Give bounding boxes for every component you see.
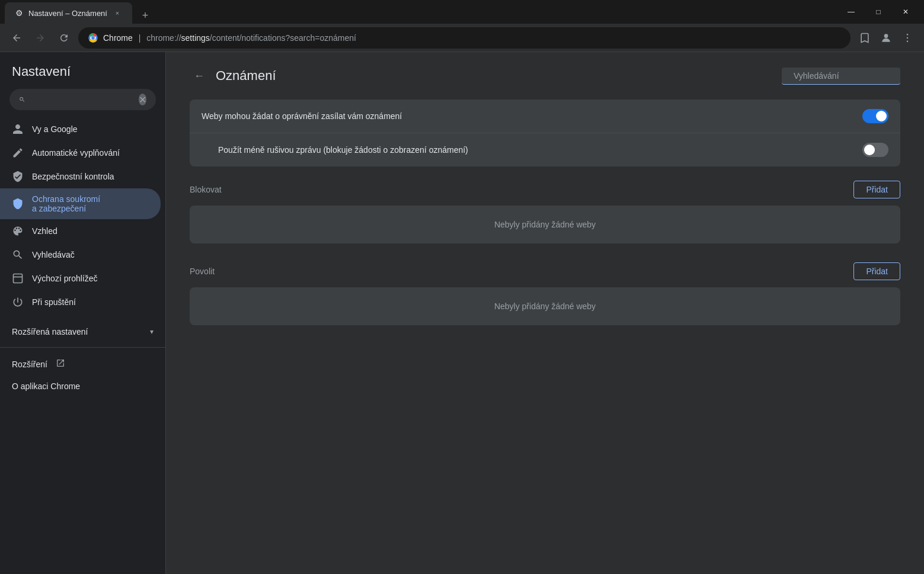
menu-button[interactable] [898,28,917,47]
profile-button[interactable] [877,28,896,47]
svg-point-4 [907,33,909,35]
notifications-toggle-label: Weby mohou žádat o oprávnění zasílat vám… [202,111,862,121]
block-add-button[interactable]: Přidat [853,181,900,198]
quieter-toggle[interactable] [862,143,888,157]
person-icon [12,123,24,135]
verified-user-icon [12,171,24,182]
page-content: ← Oznámení Weby mohou žádat o oprávnění … [166,52,924,574]
sidebar: Nastavení oznámení ✕ Vy a Google [0,52,166,574]
sidebar-search-input[interactable]: oznámení [30,95,134,104]
allow-section-title: Povolit [190,267,853,276]
allow-empty-message: Nebyly přidány žádné weby [190,287,900,325]
sidebar-item-extensions[interactable]: Rozšíření [0,352,165,376]
new-tab-button[interactable]: + [137,7,154,24]
sidebar-item-label-appearance: Vzhled [32,226,57,236]
shield-icon [12,198,24,210]
tab-title: Nastavení – Oznámení [28,9,107,18]
search-nav-icon [12,249,24,261]
browser-icon [12,272,24,284]
reload-button[interactable] [55,28,73,47]
clear-search-button[interactable]: ✕ [139,94,146,105]
sidebar-item-appearance[interactable]: Vzhled [0,219,161,243]
block-empty-message: Nebyly přidány žádné weby [190,206,900,243]
notifications-toggle-row: Weby mohou žádat o oprávnění zasílat vám… [190,100,900,133]
tab-close-button[interactable]: × [112,8,123,18]
toolbar-right [855,28,917,47]
sidebar-item-label-you-google: Vy a Google [32,124,78,134]
chrome-label: Chrome [103,33,133,43]
allow-section: Povolit Přidat Nebyly přidány žádné weby [190,258,900,325]
sidebar-item-about[interactable]: O aplikaci Chrome [0,376,165,397]
url-separator: | [139,33,141,43]
sidebar-item-label-safety: Bezpečnostní kontrola [32,172,114,181]
sidebar-item-label-autofill: Automatické vyplňování [32,148,120,158]
maximize-button[interactable]: □ [865,0,892,24]
page-search-box [782,68,900,85]
sidebar-item-safety[interactable]: Bezpečnostní kontrola [0,165,161,188]
page-search-input[interactable] [794,71,897,81]
svg-point-6 [907,40,909,42]
browser-frame: ⚙ Nastavení – Oznámení × + — □ ✕ [0,0,924,574]
svg-point-5 [907,37,909,39]
close-button[interactable]: ✕ [892,0,919,24]
sidebar-item-search[interactable]: Vyhledávač [0,243,161,267]
sidebar-item-label-privacy: Ochrana soukromía zabezpečení [32,194,100,213]
svg-point-3 [884,34,888,38]
url-settings: settings [181,33,210,43]
quieter-toggle-row: Použít méně rušivou zprávu (blokuje žádo… [190,133,900,166]
allow-add-button[interactable]: Přidat [853,262,900,280]
sidebar-item-label-default-browser: Výchozí prohlížeč [32,274,98,283]
site-icon [88,33,98,43]
main-content: Nastavení oznámení ✕ Vy a Google [0,52,924,574]
sidebar-item-on-startup[interactable]: Při spuštění [0,290,161,314]
sidebar-search-container: oznámení ✕ [0,84,165,115]
advanced-arrow-icon: ▾ [150,328,154,336]
url-text: Chrome | chrome://settings/content/notif… [103,33,356,43]
block-section-title: Blokovat [190,185,853,194]
block-section-header: Blokovat Přidat [190,176,900,206]
sidebar-divider [0,347,165,348]
search-box: oznámení ✕ [9,89,156,110]
sidebar-item-label-search: Vyhledávač [32,250,75,259]
sidebar-item-label-on-startup: Při spuštění [32,297,76,307]
svg-point-2 [91,36,95,40]
edit-icon [12,147,24,159]
url-path: chrome:// [146,33,181,43]
active-tab[interactable]: ⚙ Nastavení – Oznámení × [5,2,132,24]
page-header: ← Oznámení [190,66,900,85]
page-back-button[interactable]: ← [190,66,209,85]
forward-button[interactable] [31,28,50,47]
sidebar-item-autofill[interactable]: Automatické vyplňování [0,141,161,165]
back-button[interactable] [7,28,26,47]
quieter-toggle-label: Použít méně rušivou zprávu (blokuje žádo… [218,145,862,155]
url-bar[interactable]: Chrome | chrome://settings/content/notif… [78,27,851,49]
palette-icon [12,225,24,237]
address-bar: Chrome | chrome://settings/content/notif… [0,24,924,52]
power-icon [12,296,24,308]
nav-section: Vy a Google Automatické vyplňování Bezpe… [0,115,165,316]
search-icon [19,95,25,104]
advanced-settings-label: Rozšířená nastavení [12,327,142,336]
sidebar-item-default-browser[interactable]: Výchozí prohlížeč [0,267,161,290]
tab-favicon: ⚙ [14,8,24,18]
block-section: Blokovat Přidat Nebyly přidány žádné web… [190,176,900,243]
extensions-label: Rozšíření [12,360,47,369]
url-rest: /content/notifications?search=oznámení [210,33,356,43]
minimize-button[interactable]: — [837,0,865,24]
external-link-icon [56,358,65,370]
about-label: O aplikaci Chrome [12,381,80,391]
sidebar-item-privacy[interactable]: Ochrana soukromía zabezpečení [0,188,161,219]
notifications-toggle[interactable] [862,109,888,123]
page-title: Oznámení [216,68,276,84]
toggles-section: Weby mohou žádat o oprávnění zasílat vám… [190,100,900,166]
sidebar-header: Nastavení [0,52,165,84]
sidebar-item-you-google[interactable]: Vy a Google [0,117,161,141]
advanced-settings-item[interactable]: Rozšířená nastavení ▾ [0,321,165,342]
sidebar-title: Nastavení [12,64,154,79]
svg-rect-7 [14,274,23,283]
allow-section-header: Povolit Přidat [190,258,900,287]
bookmark-button[interactable] [855,28,874,47]
